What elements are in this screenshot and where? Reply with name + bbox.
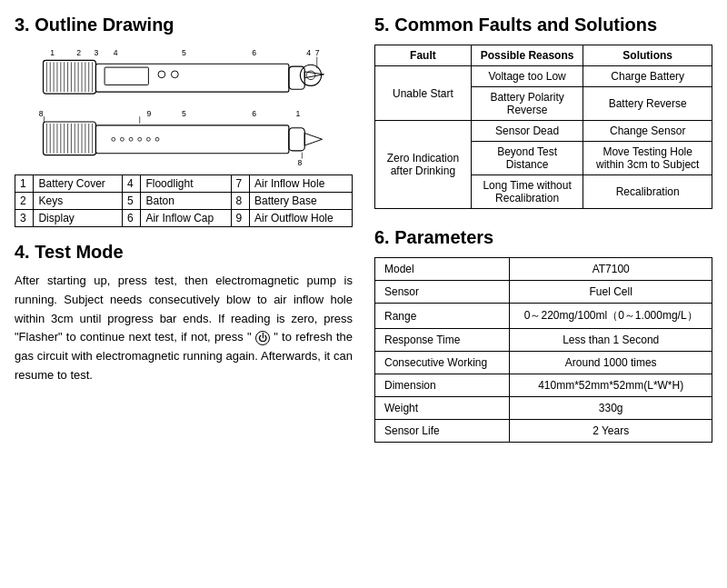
device-drawing: 1 2 3 4 5 6 4 xyxy=(15,45,353,172)
param-value: 2 Years xyxy=(510,420,712,443)
faults-section: 5. Common Faults and Solutions Fault Pos… xyxy=(374,15,712,209)
svg-text:2: 2 xyxy=(76,48,81,57)
param-label: Sensor Life xyxy=(375,420,510,443)
param-row: ModelAT7100 xyxy=(375,258,712,281)
param-label: Model xyxy=(375,258,510,281)
part-num-3: 3 xyxy=(15,210,34,227)
test-mode-body: After starting up, press test, then elec… xyxy=(15,272,353,385)
test-mode-section: 4. Test Mode After starting up, press te… xyxy=(15,242,353,385)
svg-text:1: 1 xyxy=(50,48,55,57)
param-value: AT7100 xyxy=(510,258,712,281)
svg-rect-60 xyxy=(289,128,304,151)
parts-table: 1 Battery Cover 4 Floodlight 7 Air Inflo… xyxy=(15,174,353,227)
svg-text:3: 3 xyxy=(95,48,99,57)
part-name-5: Baton xyxy=(141,193,231,210)
svg-point-57 xyxy=(146,137,150,141)
svg-text:5: 5 xyxy=(182,109,186,118)
svg-text:5: 5 xyxy=(182,48,186,57)
svg-rect-23 xyxy=(105,67,148,85)
reason-sensor-dead: Sensor Dead xyxy=(471,121,583,142)
part-num-2: 2 xyxy=(15,193,34,210)
part-num-5: 5 xyxy=(123,193,141,210)
param-row: Range0～220mg/100ml（0～1.000mg/L） xyxy=(375,304,712,329)
part-num-8: 8 xyxy=(231,193,249,210)
faults-table: Fault Possible Reasons Solutions Unable … xyxy=(374,45,712,209)
svg-text:4: 4 xyxy=(114,48,118,57)
part-num-9: 9 xyxy=(231,210,249,227)
param-value: Around 1000 times xyxy=(510,352,712,374)
svg-rect-52 xyxy=(95,125,288,154)
svg-point-25 xyxy=(171,71,178,78)
svg-text:1: 1 xyxy=(296,109,301,118)
faults-header-fault: Fault xyxy=(375,45,472,66)
solution-charge-battery: Charge Battery xyxy=(583,66,712,87)
param-row: Weight330g xyxy=(375,397,712,420)
param-label: Response Time xyxy=(375,329,510,352)
param-row: Dimension410mm*52mm*52mm(L*W*H) xyxy=(375,374,712,397)
param-value: Fuel Cell xyxy=(510,281,712,304)
param-value: 0～220mg/100ml（0～1.000mg/L） xyxy=(510,304,712,329)
svg-point-56 xyxy=(138,137,142,141)
outline-section: 3. Outline Drawing 1 2 3 4 5 6 4 xyxy=(15,15,353,227)
svg-text:6: 6 xyxy=(252,109,256,118)
part-name-7: Air Inflow Hole xyxy=(250,175,353,193)
param-value: Less than 1 Second xyxy=(510,329,712,352)
param-label: Consecutive Working xyxy=(375,352,510,374)
svg-text:9: 9 xyxy=(146,109,151,118)
reason-voltage-low: Voltage too Low xyxy=(471,66,583,87)
part-name-3: Display xyxy=(34,210,123,227)
svg-point-58 xyxy=(155,137,159,141)
test-mode-title: 4. Test Mode xyxy=(15,242,353,263)
svg-text:4: 4 xyxy=(306,48,311,57)
solution-move-testing-hole: Move Testing Hole within 3cm to Subject xyxy=(583,142,712,175)
param-label: Range xyxy=(375,304,510,329)
solution-recalibration: Recalibration xyxy=(583,175,712,209)
faults-title: 5. Common Faults and Solutions xyxy=(374,15,712,35)
param-row: Sensor Life2 Years xyxy=(375,420,712,443)
svg-rect-37 xyxy=(44,122,96,155)
fault-zero-indication: Zero Indication after Drinking xyxy=(375,121,472,209)
svg-text:8: 8 xyxy=(298,158,303,167)
param-label: Weight xyxy=(375,397,510,420)
parameters-section: 6. Parameters ModelAT7100SensorFuel Cell… xyxy=(374,227,712,443)
part-name-2: Keys xyxy=(34,193,123,210)
param-row: Response TimeLess than 1 Second xyxy=(375,329,712,352)
param-value: 410mm*52mm*52mm(L*W*H) xyxy=(510,374,712,397)
svg-point-53 xyxy=(112,137,115,141)
svg-text:7: 7 xyxy=(315,48,320,57)
reason-battery-polarity: Battery Polarity Reverse xyxy=(471,87,583,121)
svg-text:6: 6 xyxy=(252,48,256,57)
reason-beyond-test-distance: Beyond Test Distance xyxy=(471,142,583,175)
parameters-table: ModelAT7100SensorFuel CellRange0～220mg/1… xyxy=(374,257,712,443)
param-row: Consecutive WorkingAround 1000 times xyxy=(375,352,712,374)
svg-text:8: 8 xyxy=(39,109,44,118)
part-num-6: 6 xyxy=(123,210,141,227)
part-num-4: 4 xyxy=(123,175,141,193)
outline-title: 3. Outline Drawing xyxy=(15,15,353,35)
reason-long-time: Long Time without Recalibration xyxy=(471,175,583,209)
parameters-title: 6. Parameters xyxy=(374,227,712,248)
svg-point-55 xyxy=(129,137,133,141)
param-value: 330g xyxy=(510,397,712,420)
part-name-6: Air Inflow Cap xyxy=(141,210,231,227)
part-num-1: 1 xyxy=(15,175,34,193)
fault-unable-start: Unable Start xyxy=(375,66,472,121)
svg-rect-7 xyxy=(44,60,96,94)
faults-header-reasons: Possible Reasons xyxy=(471,45,583,66)
part-num-7: 7 xyxy=(231,175,249,193)
part-name-4: Floodlight xyxy=(141,175,231,193)
svg-marker-61 xyxy=(304,134,322,146)
param-label: Sensor xyxy=(375,281,510,304)
svg-point-24 xyxy=(158,71,165,78)
solution-change-sensor: Change Sensor xyxy=(583,121,712,142)
part-name-8: Battery Base xyxy=(250,193,353,210)
param-row: SensorFuel Cell xyxy=(375,281,712,304)
power-button-icon: ⏻ xyxy=(255,331,270,345)
solution-battery-reverse: Battery Reverse xyxy=(583,87,712,121)
svg-rect-22 xyxy=(95,64,288,92)
svg-point-54 xyxy=(120,137,124,141)
param-label: Dimension xyxy=(375,374,510,397)
faults-header-solutions: Solutions xyxy=(583,45,712,66)
part-name-9: Air Outflow Hole xyxy=(250,210,353,227)
part-name-1: Battery Cover xyxy=(34,175,123,193)
